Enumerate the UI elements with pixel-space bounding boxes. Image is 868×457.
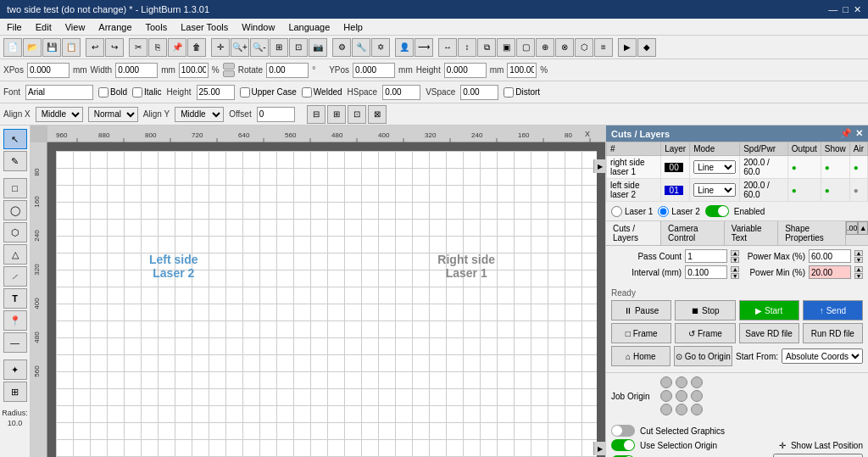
distort-check[interactable]: Distort <box>504 87 540 98</box>
tab-cuts-layers[interactable]: Cuts / Layers <box>606 221 661 245</box>
undo-btn[interactable]: ↩ <box>86 38 104 57</box>
height-input[interactable] <box>444 63 487 78</box>
prefs-btn[interactable]: 🔧 <box>352 38 370 57</box>
scale-x-input[interactable] <box>179 63 209 78</box>
rotate-input[interactable] <box>266 63 309 78</box>
frame-btn1[interactable]: □ Frame <box>611 323 671 343</box>
tab-camera[interactable]: Camera Control <box>661 221 725 245</box>
minimize-btn[interactable]: — <box>828 4 837 15</box>
menu-tools[interactable]: Tools <box>139 20 175 34</box>
text-tool[interactable]: T <box>3 288 27 309</box>
lock-icon2[interactable] <box>223 70 235 77</box>
menu-help[interactable]: Help <box>337 20 370 34</box>
row-show-0[interactable]: ● <box>821 156 849 179</box>
origin-mr[interactable] <box>691 390 703 402</box>
row-output-1[interactable]: ● <box>787 179 821 202</box>
upper-case-check[interactable]: Upper Case <box>240 87 297 98</box>
polygon-tool[interactable]: ⬡ <box>3 222 27 242</box>
offset-btn[interactable]: ⬡ <box>575 38 593 57</box>
scroll-right-arrow[interactable]: ▶ <box>593 159 605 173</box>
measure-tool[interactable]: ✦ <box>3 359 27 380</box>
scale-y-input[interactable] <box>507 63 537 78</box>
mirror-h-btn[interactable]: ↔ <box>438 38 457 57</box>
maximize-btn[interactable]: □ <box>843 4 849 15</box>
row-show-1[interactable]: ● <box>821 179 849 202</box>
laser2-radio[interactable]: Laser 2 <box>658 206 699 217</box>
redo-btn[interactable]: ↪ <box>105 38 124 57</box>
row-air-0[interactable]: ● <box>849 156 867 179</box>
origin-mm[interactable] <box>676 390 687 402</box>
move-tool[interactable]: ✛ <box>211 38 230 57</box>
panel-scroll-up[interactable]: ▲ <box>858 221 868 235</box>
menu-language[interactable]: Language <box>281 20 337 34</box>
row-mode-1[interactable]: Line <box>690 179 740 202</box>
cuts-close-btn[interactable]: ✕ <box>855 128 863 139</box>
triangle-tool[interactable]: △ <box>3 244 27 265</box>
bold-check[interactable]: Bold <box>98 87 127 98</box>
frame-btn2[interactable]: ↺ Frame <box>675 323 735 343</box>
connect-btn[interactable]: ⟶ <box>415 38 433 57</box>
origin-tl[interactable] <box>660 376 672 388</box>
scroll-right-arrow2[interactable]: ▶ <box>593 442 605 455</box>
align-x-select[interactable]: MiddleLeftRight <box>36 107 83 122</box>
lock-icon[interactable] <box>223 63 235 70</box>
cuts-row-1[interactable]: left side laser 2 01 Line 200.0 / 60.0 ●… <box>607 179 868 202</box>
ellipse-tool[interactable]: ◯ <box>3 200 27 220</box>
optimization-settings-btn[interactable]: Optimization Settings <box>773 454 864 457</box>
offset-input[interactable] <box>257 107 295 122</box>
zoom-select-btn[interactable]: ⊡ <box>289 38 308 57</box>
interval-down[interactable]: ▼ <box>731 273 739 279</box>
interval-input[interactable] <box>685 265 727 279</box>
origin-tm[interactable] <box>676 376 687 388</box>
pen-tool[interactable]: — <box>3 332 27 353</box>
ypos-input[interactable] <box>353 63 395 78</box>
row-mode-0[interactable]: Line <box>690 156 740 179</box>
camera-btn[interactable]: 📷 <box>309 38 327 57</box>
save-as-btn[interactable]: 📋 <box>62 38 81 57</box>
power-min-down[interactable]: ▼ <box>854 273 863 279</box>
align-btn[interactable]: ≡ <box>594 38 613 57</box>
save-rd-btn[interactable]: Save RD file <box>739 323 799 343</box>
laser-ctrl1[interactable]: ▶ <box>618 38 637 57</box>
menu-view[interactable]: View <box>58 20 92 34</box>
cut-btn[interactable]: ✂ <box>129 38 147 57</box>
power-max-input[interactable] <box>809 249 851 263</box>
cut-selected-toggle[interactable] <box>611 425 635 437</box>
origin-bm[interactable] <box>676 404 687 415</box>
row-output-0[interactable]: ● <box>787 156 821 179</box>
paste-btn[interactable]: 📌 <box>168 38 186 57</box>
placement-tool[interactable]: 📍 <box>3 310 27 331</box>
cuts-pin-btn[interactable]: 📌 <box>840 128 852 139</box>
menu-edit[interactable]: Edit <box>29 20 58 34</box>
panel-icon3[interactable]: ⊡ <box>348 105 366 124</box>
panel-icon2[interactable]: ⊞ <box>327 105 346 124</box>
home-btn[interactable]: ⌂ Home <box>611 346 670 366</box>
copy-btn[interactable]: ⎘ <box>148 38 167 57</box>
menu-file[interactable]: File <box>0 20 29 34</box>
boolean-btn[interactable]: ⊕ <box>536 38 554 57</box>
run-rd-btn[interactable]: Run RD file <box>803 323 863 343</box>
panel-icon4[interactable]: ⊠ <box>368 105 387 124</box>
vspace-input[interactable] <box>460 85 498 100</box>
use-selection-toggle[interactable] <box>611 439 635 451</box>
pass-count-down[interactable]: ▼ <box>731 257 739 263</box>
height-bar-input[interactable] <box>197 85 235 100</box>
zoom-out-btn[interactable]: 🔍- <box>250 38 269 57</box>
origin-br[interactable] <box>691 404 703 415</box>
weld-btn[interactable]: ⊗ <box>555 38 574 57</box>
send-btn[interactable]: ↑ Send <box>803 300 863 320</box>
italic-check[interactable]: Italic <box>132 87 162 98</box>
xpos-input[interactable] <box>27 63 70 78</box>
hspace-input[interactable] <box>382 85 420 100</box>
settings-btn[interactable]: ⚙ <box>332 38 351 57</box>
user-btn[interactable]: 👤 <box>395 38 414 57</box>
power-max-up[interactable]: ▲ <box>854 250 863 256</box>
align-x-mode-select[interactable]: NormalVertical <box>88 107 138 122</box>
origin-bl[interactable] <box>660 404 672 415</box>
arrange-btn[interactable]: ⧉ <box>477 38 496 57</box>
save-btn[interactable]: 💾 <box>42 38 61 57</box>
power-min-input[interactable] <box>809 265 851 279</box>
go-to-origin-btn[interactable]: ⊙ Go to Origin <box>674 346 733 366</box>
rect-tool[interactable]: □ <box>3 178 27 198</box>
zoom-fit-btn[interactable]: ⊞ <box>270 38 288 57</box>
